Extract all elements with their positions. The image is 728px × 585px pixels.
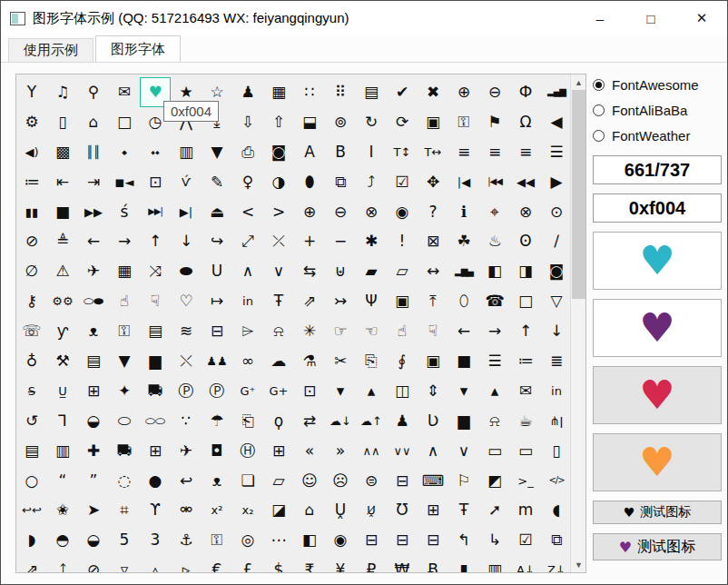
glyph-cell[interactable]: Z↓ [541, 555, 572, 573]
glyph-cell[interactable]: ⊖ [479, 77, 510, 107]
glyph-cell[interactable]: ▼ [109, 346, 140, 376]
glyph-cell[interactable]: ≜ [47, 226, 78, 256]
glyph-cell[interactable]: Ʋ [418, 406, 448, 436]
glyph-cell[interactable]: ⚿ [109, 316, 140, 346]
glyph-cell[interactable]: ☁↓ [325, 406, 356, 436]
glyph-cell[interactable]: ϒ [140, 495, 171, 525]
glyph-cell[interactable]: ▣ [418, 346, 448, 376]
glyph-cell[interactable]: ▮ [448, 555, 479, 573]
glyph-cell[interactable]: </> [541, 466, 572, 496]
glyph-cell[interactable]: ☝ [109, 286, 140, 316]
glyph-cell[interactable]: □ [109, 107, 140, 137]
glyph-cell[interactable]: ☜ [356, 316, 387, 346]
glyph-cell[interactable]: Ʊ [387, 495, 418, 525]
glyph-cell[interactable]: ⊡ [140, 167, 171, 197]
glyph-cell[interactable]: ▥ [171, 137, 202, 167]
glyph-cell[interactable]: ⚙⚙ [47, 286, 78, 316]
vertical-scrollbar[interactable]: ▲ ▼ [570, 74, 585, 572]
glyph-cell[interactable]: □ [510, 286, 541, 316]
glyph-cell[interactable]: ◀ [541, 107, 572, 137]
glyph-cell[interactable]: ✉ [510, 376, 541, 406]
glyph-cell[interactable]: ⊚ [325, 107, 356, 137]
glyph-cell[interactable]: ↣ [325, 286, 356, 316]
glyph-cell[interactable]: ↺ [16, 406, 47, 436]
glyph-cell[interactable]: ∨ [448, 436, 479, 466]
glyph-cell[interactable]: ✉ [109, 77, 140, 107]
glyph-cell[interactable]: ∧ [418, 436, 448, 466]
glyph-cell[interactable]: ▽ [541, 286, 572, 316]
glyph-cell[interactable]: ⊖ [325, 197, 356, 227]
glyph-cell[interactable]: ▂▆▄ [448, 256, 479, 286]
glyph-cell[interactable]: ↳ [479, 525, 510, 555]
glyph-cell[interactable]: ▤ [140, 316, 171, 346]
glyph-cell[interactable]: ⍾ [479, 406, 510, 436]
glyph-cell[interactable]: ↰ [448, 525, 479, 555]
glyph-cell[interactable]: ∵ [171, 406, 202, 436]
glyph-cell[interactable]: ▶ [541, 167, 572, 197]
glyph-cell[interactable]: ∕ [541, 226, 572, 256]
glyph-cell[interactable]: ⤫ [263, 226, 294, 256]
glyph-cell[interactable]: ” [78, 466, 109, 496]
glyph-cell[interactable]: ☑ [387, 167, 418, 197]
glyph-cell[interactable]: ś [109, 197, 140, 227]
glyph-cell[interactable]: ⚐ [448, 466, 479, 496]
glyph-cell[interactable]: ▶▶| [140, 197, 171, 227]
glyph-cell[interactable]: ⛟ [140, 376, 171, 406]
glyph-cell[interactable]: ▦ [263, 77, 294, 107]
glyph-cell[interactable]: ⊟ [202, 316, 232, 346]
glyph-cell[interactable]: Ѵ́ [171, 167, 202, 197]
glyph-cell[interactable]: ≡ [479, 137, 510, 167]
glyph-cell[interactable]: ▆ [448, 406, 479, 436]
glyph-cell[interactable]: ⤨ [140, 256, 171, 286]
glyph-cell[interactable]: ⚒ [47, 346, 78, 376]
glyph-cell[interactable]: ℹ [448, 197, 479, 227]
tab-usage-example[interactable]: 使用示例 [8, 38, 93, 62]
glyph-cell[interactable]: $ [263, 555, 294, 573]
glyph-cell[interactable]: Ṷ̸ [356, 495, 387, 525]
glyph-cell[interactable]: ⬯ [448, 286, 479, 316]
glyph-cell[interactable]: ⚓ [171, 525, 202, 555]
glyph-cell[interactable]: ◀) [16, 137, 47, 167]
glyph-cell[interactable]: ☟ [140, 286, 171, 316]
glyph-cell[interactable]: ✬ [47, 495, 78, 525]
glyph-cell[interactable]: ⤴ [47, 555, 78, 573]
glyph-cell[interactable]: ☟ [418, 316, 448, 346]
glyph-cell[interactable]: ▥ [47, 436, 78, 466]
glyph-cell[interactable]: ◧ [479, 256, 510, 286]
glyph-cell[interactable]: ☹ [325, 466, 356, 496]
glyph-cell[interactable]: I [356, 137, 387, 167]
glyph-cell[interactable]: |◀ [448, 167, 479, 197]
glyph-cell[interactable]: ⊞ [78, 376, 109, 406]
glyph-cell[interactable]: ◧ [294, 525, 325, 555]
glyph-cell[interactable]: ? [418, 197, 448, 227]
glyph-cell[interactable]: ϙ [263, 406, 294, 436]
glyph-cell[interactable]: ⧉ [541, 525, 572, 555]
glyph-cell[interactable]: ∷ [294, 77, 325, 107]
glyph-cell[interactable]: ↑ [510, 316, 541, 346]
glyph-cell[interactable]: ⚿ [202, 525, 232, 555]
glyph-cell[interactable]: ✳ [294, 316, 325, 346]
glyph-cell[interactable]: T↕ [387, 137, 418, 167]
glyph-cell[interactable]: ⌗ [109, 495, 140, 525]
glyph-cell[interactable]: ⚮ [171, 495, 202, 525]
glyph-cell[interactable]: ➚ [479, 495, 510, 525]
glyph-cell[interactable]: ● [140, 466, 171, 496]
glyph-cell[interactable]: ▤ [16, 436, 47, 466]
glyph-cell[interactable]: ∮ [387, 346, 418, 376]
minimize-button[interactable]: – [575, 1, 625, 35]
glyph-cell[interactable]: ₽ [356, 555, 387, 573]
glyph-cell[interactable]: ⇗ [294, 286, 325, 316]
glyph-cell[interactable]: Ψ [356, 286, 387, 316]
glyph-cell[interactable]: ✈ [78, 256, 109, 286]
glyph-cell[interactable]: ✖ [418, 77, 448, 107]
glyph-cell[interactable]: ⤴ [356, 167, 387, 197]
glyph-cell[interactable]: ◌ [109, 466, 140, 496]
glyph-cell[interactable]: ≔ [16, 167, 47, 197]
glyph-cell[interactable]: ⌂ [294, 495, 325, 525]
glyph-cell[interactable]: ⬭⬭ [140, 406, 171, 436]
glyph-cell[interactable]: ♁ [16, 346, 47, 376]
glyph-cell[interactable]: ⬬ [171, 256, 202, 286]
glyph-cell[interactable]: ▥ [479, 555, 510, 573]
glyph-cell[interactable]: ≡ [510, 137, 541, 167]
glyph-cell[interactable]: ■ [47, 197, 78, 227]
